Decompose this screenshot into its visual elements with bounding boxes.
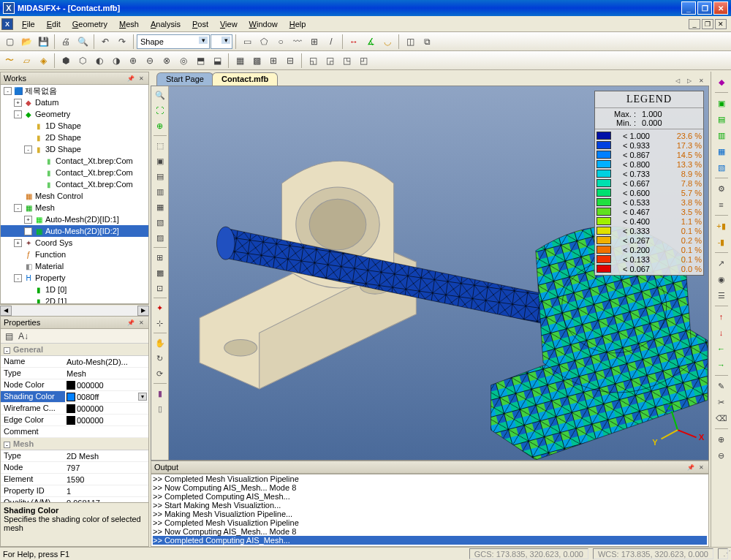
select-icon[interactable]: ▭: [239, 34, 255, 50]
tree-hscroll[interactable]: ◀ ▶: [0, 304, 149, 316]
rt-icon-marker-icon[interactable]: ◉: [714, 272, 729, 287]
rt-minus-y-icon[interactable]: -▮: [714, 235, 729, 249]
rt-box-blue-icon[interactable]: ▦: [714, 144, 729, 159]
view2-icon[interactable]: ◲: [322, 53, 338, 69]
measure-angle-icon[interactable]: ∡: [363, 34, 379, 50]
prop-row[interactable]: Wireframe C...000000: [1, 403, 148, 415]
menu-geometry[interactable]: Geometry: [67, 18, 113, 31]
rotate-icon[interactable]: ↻: [153, 351, 167, 366]
select-cross-icon[interactable]: ⊞: [306, 34, 322, 50]
tree-item[interactable]: ▮1D [0]: [1, 284, 148, 295]
tree-item[interactable]: +▦Auto-Mesh(2D)[ID:2]: [1, 225, 148, 237]
prop-section[interactable]: -Mesh: [1, 438, 148, 450]
spin-icon[interactable]: ⟳: [153, 366, 167, 381]
prop-row[interactable]: Node Color000000: [1, 379, 148, 391]
op3-icon[interactable]: ◐: [91, 53, 107, 69]
tab-close-icon[interactable]: ✕: [696, 75, 706, 86]
props-sort-icon[interactable]: A↓: [17, 330, 30, 342]
mesh1-icon[interactable]: ▦: [232, 53, 248, 69]
menu-mesh[interactable]: Mesh: [113, 18, 145, 31]
prop-row[interactable]: Node797: [1, 462, 148, 474]
shape-combo[interactable]: Shape: [137, 34, 210, 49]
rt-box-blue2-icon[interactable]: ▧: [714, 160, 729, 175]
prop-row[interactable]: TypeMesh: [1, 368, 148, 379]
tab-start-page[interactable]: Start Page: [156, 72, 213, 86]
preview-button[interactable]: 🔍: [75, 34, 91, 50]
rt-tool1-icon[interactable]: ✎: [714, 379, 729, 393]
tree-item[interactable]: ▮Contact_Xt.brep:Com: [1, 155, 148, 167]
select-poly-icon[interactable]: ⬠: [256, 34, 272, 50]
tree-item[interactable]: -▦Mesh: [1, 202, 148, 213]
right-view-icon[interactable]: ▥: [153, 184, 167, 199]
prop-row[interactable]: Quality (A/M)0.968117: [1, 497, 148, 502]
menu-window[interactable]: Window: [243, 18, 284, 31]
tree-item[interactable]: -🟦제목없음: [1, 85, 148, 97]
curve-icon[interactable]: 〜: [1, 53, 18, 69]
select-line-icon[interactable]: /: [323, 34, 339, 50]
tab-next-icon[interactable]: ▷: [684, 75, 694, 86]
minimize-button[interactable]: _: [681, 1, 696, 15]
output-log[interactable]: >> Completed Mesh Visualiztion Pipeline>…: [151, 474, 709, 547]
zoom-in-icon[interactable]: ⊕: [153, 118, 167, 133]
mesh3-icon[interactable]: ⊞: [265, 53, 281, 69]
undo-button[interactable]: ↶: [97, 34, 113, 50]
op2-icon[interactable]: ⬡: [75, 53, 91, 69]
props-pin-icon[interactable]: 📌: [126, 318, 135, 327]
select-circle-icon[interactable]: ○: [273, 34, 289, 50]
measure-arc-icon[interactable]: ◡: [379, 34, 395, 50]
props-close-icon[interactable]: ✕: [137, 318, 145, 327]
doc-close-button[interactable]: ✕: [715, 19, 727, 29]
op6-icon[interactable]: ⊖: [142, 53, 158, 69]
front-view-icon[interactable]: ▣: [153, 154, 167, 168]
render-wire-icon[interactable]: ▯: [153, 401, 167, 416]
rt-box-green-icon[interactable]: ▣: [714, 96, 729, 110]
tree-item[interactable]: +✦Coord Sys: [1, 237, 148, 249]
output-pin-icon[interactable]: 📌: [686, 463, 695, 472]
menu-file[interactable]: File: [16, 18, 41, 31]
mesh2-icon[interactable]: ▩: [249, 53, 265, 69]
grid-icon[interactable]: ⊹: [153, 316, 167, 330]
print-button[interactable]: 🖨: [58, 34, 74, 50]
hidden-mode-icon[interactable]: ⊡: [153, 281, 167, 295]
op7-icon[interactable]: ⊗: [159, 53, 175, 69]
rt-box-green2-icon[interactable]: ▤: [714, 112, 729, 126]
prop-row[interactable]: Type2D Mesh: [1, 450, 148, 462]
new-button[interactable]: ▢: [1, 34, 18, 50]
menu-post[interactable]: Post: [186, 18, 214, 31]
tree-item[interactable]: ƒFunction: [1, 249, 148, 260]
maximize-button[interactable]: ❐: [697, 1, 712, 15]
menu-view[interactable]: View: [214, 18, 243, 31]
view1-icon[interactable]: ◱: [305, 53, 321, 69]
scroll-left-icon[interactable]: ◀: [0, 306, 12, 316]
tree-item[interactable]: ◧Material: [1, 260, 148, 272]
tree-item[interactable]: -▮3D Shape: [1, 143, 148, 155]
tab-prev-icon[interactable]: ◁: [673, 75, 683, 86]
op9-icon[interactable]: ⬒: [192, 53, 208, 69]
attach-icon[interactable]: ◫: [402, 34, 418, 50]
view3-icon[interactable]: ◳: [338, 53, 355, 69]
prop-row[interactable]: Shading Color0080ff▾: [1, 391, 148, 403]
close-button[interactable]: ✕: [713, 1, 728, 15]
prop-section[interactable]: -General: [1, 344, 148, 356]
menu-edit[interactable]: Edit: [41, 18, 67, 31]
shaded-mode-icon[interactable]: ▩: [153, 265, 167, 280]
rt-left-green-icon[interactable]: ←: [714, 341, 729, 356]
rt-box-green3-icon[interactable]: ▥: [714, 128, 729, 143]
select-lasso-icon[interactable]: 〰: [289, 34, 306, 50]
redo-button[interactable]: ↷: [114, 34, 130, 50]
menu-help[interactable]: Help: [284, 18, 312, 31]
tree-item[interactable]: ▮Contact_Xt.brep:Com: [1, 167, 148, 178]
rt-tool2-icon[interactable]: ✂: [714, 395, 729, 409]
op4-icon[interactable]: ◑: [108, 53, 124, 69]
tree-item[interactable]: ▮2D [1]: [1, 295, 148, 304]
measure-dist-icon[interactable]: ↔: [346, 34, 362, 50]
left-view-icon[interactable]: ▦: [153, 200, 167, 214]
render-solid-icon[interactable]: ▮: [153, 386, 167, 401]
props-categorize-icon[interactable]: ▤: [2, 330, 15, 342]
top-view-icon[interactable]: ▤: [153, 169, 167, 183]
prop-row[interactable]: NameAuto-Mesh(2D)...: [1, 356, 148, 368]
solid-icon[interactable]: ◈: [35, 53, 51, 69]
rt-up-red-icon[interactable]: ↑: [714, 309, 729, 324]
rt-icon-list-icon[interactable]: ☰: [714, 288, 729, 303]
tree-item[interactable]: ▮Contact_Xt.brep:Com: [1, 178, 148, 190]
